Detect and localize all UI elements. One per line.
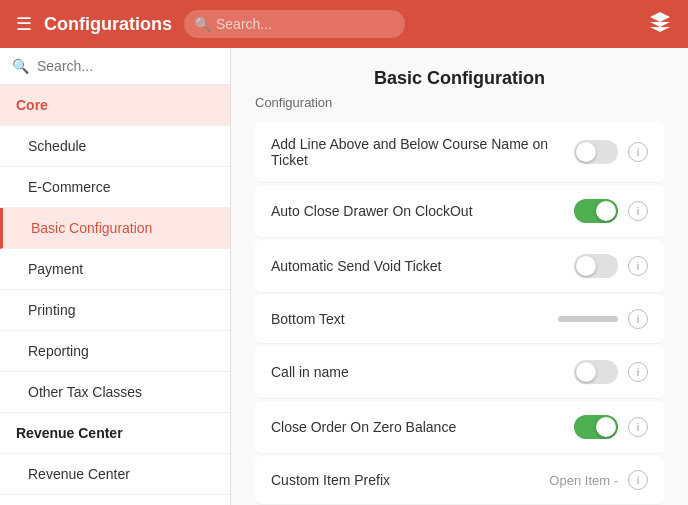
header-search-input[interactable] [184, 10, 405, 38]
toggle-close-order[interactable] [574, 415, 618, 439]
config-label-call-in-name: Call in name [271, 364, 574, 380]
info-icon-call-in-name[interactable]: i [628, 362, 648, 382]
config-row-bottom-text: Bottom Text i [255, 295, 664, 344]
bottom-text-input[interactable] [558, 316, 618, 322]
config-row-custom-item-prefix: Custom Item Prefix Open Item - i [255, 456, 664, 505]
app-title: Configurations [44, 14, 172, 35]
config-right-add-line: i [574, 140, 648, 164]
sidebar-item-reporting[interactable]: Reporting [0, 331, 230, 372]
sidebar-item-basic-configuration[interactable]: Basic Configuration [0, 208, 230, 249]
sidebar-item-other-tax-classes[interactable]: Other Tax Classes [0, 372, 230, 413]
config-label-bottom-text: Bottom Text [271, 311, 558, 327]
sidebar-section-online-order: Online order [0, 495, 230, 505]
config-label-auto-close-drawer: Auto Close Drawer On ClockOut [271, 203, 574, 219]
config-right-auto-close-drawer: i [574, 199, 648, 223]
sidebar-search-icon: 🔍 [12, 58, 29, 74]
custom-item-prefix-value: Open Item - [549, 473, 618, 488]
info-icon-close-order[interactable]: i [628, 417, 648, 437]
config-right-close-order: i [574, 415, 648, 439]
sidebar-item-revenue-center[interactable]: Revenue Center [0, 454, 230, 495]
info-icon-auto-send-void[interactable]: i [628, 256, 648, 276]
info-icon-auto-close-drawer[interactable]: i [628, 201, 648, 221]
main-layout: 🔍 Core Schedule E-Commerce Basic Configu… [0, 48, 688, 505]
sidebar-item-ecommerce[interactable]: E-Commerce [0, 167, 230, 208]
info-icon-bottom-text[interactable]: i [628, 309, 648, 329]
toggle-auto-close-drawer[interactable] [574, 199, 618, 223]
sidebar-item-schedule[interactable]: Schedule [0, 126, 230, 167]
config-label-add-line: Add Line Above and Below Course Name on … [271, 136, 574, 168]
sidebar-item-core[interactable]: Core [0, 85, 230, 126]
toggle-call-in-name[interactable] [574, 360, 618, 384]
info-icon-custom-item-prefix[interactable]: i [628, 470, 648, 490]
sidebar-item-payment[interactable]: Payment [0, 249, 230, 290]
page-title: Basic Configuration [255, 68, 664, 89]
sidebar-item-printing[interactable]: Printing [0, 290, 230, 331]
config-right-call-in-name: i [574, 360, 648, 384]
config-right-custom-item-prefix: Open Item - i [549, 470, 648, 490]
sidebar-search-input[interactable] [37, 58, 218, 74]
menu-icon[interactable]: ☰ [16, 13, 32, 35]
config-label-auto-send-void: Automatic Send Void Ticket [271, 258, 574, 274]
config-row-call-in-name: Call in name i [255, 346, 664, 399]
config-row-add-line: Add Line Above and Below Course Name on … [255, 122, 664, 183]
toggle-add-line[interactable] [574, 140, 618, 164]
info-icon-add-line[interactable]: i [628, 142, 648, 162]
app-header: ☰ Configurations 🔍 [0, 0, 688, 48]
main-content: Basic Configuration Configuration Add Li… [231, 48, 688, 505]
config-label-custom-item-prefix: Custom Item Prefix [271, 472, 549, 488]
sidebar: 🔍 Core Schedule E-Commerce Basic Configu… [0, 48, 231, 505]
layers-icon[interactable] [648, 10, 672, 39]
toggle-auto-send-void[interactable] [574, 254, 618, 278]
section-label: Configuration [255, 95, 664, 110]
sidebar-section-revenue-center: Revenue Center [0, 413, 230, 454]
config-right-auto-send-void: i [574, 254, 648, 278]
config-label-close-order: Close Order On Zero Balance [271, 419, 574, 435]
config-row-close-order: Close Order On Zero Balance i [255, 401, 664, 454]
config-right-bottom-text: i [558, 309, 648, 329]
config-row-auto-send-void: Automatic Send Void Ticket i [255, 240, 664, 293]
sidebar-search-wrapper: 🔍 [0, 48, 230, 85]
header-search-wrapper: 🔍 [184, 10, 464, 38]
config-row-auto-close-drawer: Auto Close Drawer On ClockOut i [255, 185, 664, 238]
